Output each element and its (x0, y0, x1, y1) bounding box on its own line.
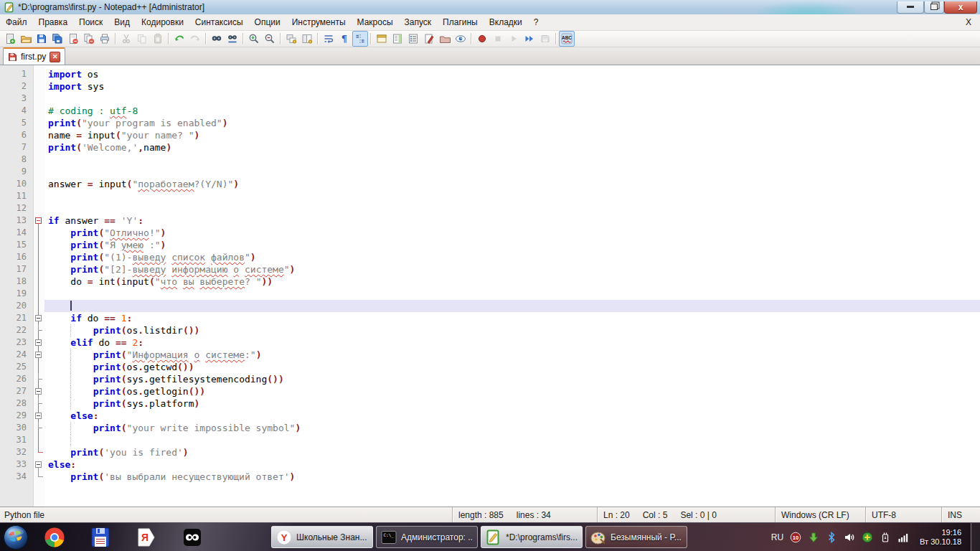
quick-launch-chrome-icon[interactable] (32, 523, 77, 551)
code-line[interactable]: else: (44, 458, 980, 471)
tray-volume-icon[interactable] (844, 532, 855, 543)
tray-power-icon[interactable] (880, 532, 891, 543)
start-button[interactable] (0, 523, 32, 551)
tab-close-icon[interactable]: ✕ (50, 52, 60, 62)
code-line[interactable] (44, 288, 980, 300)
code-line[interactable]: import sys (44, 80, 980, 93)
tray-antivirus-icon[interactable] (862, 532, 873, 543)
fold-margin[interactable] (33, 215, 44, 227)
taskbar-button[interactable]: Безымянный - P... (585, 526, 687, 548)
print-icon[interactable] (97, 31, 113, 47)
show-all-chars-icon[interactable]: ¶ (336, 31, 352, 47)
show-desktop-button[interactable] (971, 523, 980, 551)
taskbar-button[interactable]: C:\_Администратор: ... (376, 526, 478, 548)
code-line[interactable]: print("[2]-выведу информацию о системе") (44, 263, 980, 276)
sync-h-icon[interactable] (299, 31, 315, 47)
code-line[interactable]: print(os.getcwd()) (44, 361, 980, 373)
function-list-icon[interactable] (405, 31, 421, 47)
menu-item[interactable]: Поиск (73, 15, 108, 29)
code-line[interactable] (44, 93, 980, 105)
code-line[interactable]: import os (44, 68, 980, 80)
menu-item[interactable]: Запуск (399, 15, 438, 29)
open-file-icon[interactable] (18, 31, 34, 47)
fold-margin[interactable] (33, 385, 44, 397)
replace-icon[interactable] (225, 31, 240, 47)
menu-item[interactable]: Файл (0, 15, 33, 29)
code-line[interactable] (44, 202, 980, 215)
menu-item[interactable]: Правка (33, 15, 74, 29)
macro-multi-icon[interactable] (522, 31, 537, 47)
menu-item[interactable]: Плагины (437, 15, 484, 29)
spell-check-icon[interactable]: ABC (559, 31, 575, 47)
code-line[interactable]: print("your write impossible symbol") (44, 422, 980, 434)
quick-launch-floppy-icon[interactable] (77, 523, 123, 551)
close-all-icon[interactable] (81, 31, 97, 47)
taskbar-button[interactable]: YШкольные Знан... (271, 526, 373, 548)
code-line[interactable]: else: (44, 410, 980, 422)
taskbar-button[interactable]: *D:\programs\firs... (481, 526, 583, 548)
code-line[interactable]: print("Информация о системе:") (44, 349, 980, 361)
code-line[interactable]: print(sys.getfilesystemencoding()) (44, 373, 980, 385)
taskbar-clock[interactable]: 19:16 Вт 30.10.18 (920, 528, 961, 547)
menu-item[interactable]: ? (528, 15, 545, 29)
code-line[interactable]: print(sys.platform) (44, 397, 980, 410)
tray-download-arrow-icon[interactable] (808, 532, 819, 543)
current-line[interactable] (44, 300, 980, 312)
macro-record-icon[interactable] (474, 31, 490, 47)
code-line[interactable]: print("Отлично!") (44, 227, 980, 239)
find-icon[interactable] (209, 31, 225, 47)
status-encoding[interactable]: UTF-8 (865, 507, 941, 522)
code-line[interactable] (44, 166, 980, 178)
code-line[interactable]: name = input("your name? ") (44, 129, 980, 141)
doc-map-icon[interactable] (390, 31, 405, 47)
save-all-icon[interactable] (50, 31, 65, 47)
undo-icon[interactable] (171, 31, 187, 47)
code-line[interactable]: elif do == 2: (44, 336, 980, 349)
tab-first-py[interactable]: first.py ✕ (3, 47, 65, 65)
code-line[interactable]: # coding : utf-8 (44, 105, 980, 117)
zoom-in-icon[interactable] (246, 31, 262, 47)
language-indicator[interactable]: RU (771, 532, 783, 542)
code-line[interactable]: do = int(input("что вы выберете? ")) (44, 276, 980, 288)
indent-guide-icon[interactable] (352, 31, 368, 47)
new-file-icon[interactable] (2, 31, 18, 47)
monitoring-eye-icon[interactable] (453, 31, 468, 47)
tray-bluetooth-icon[interactable] (826, 532, 837, 543)
zoom-out-icon[interactable] (262, 31, 278, 47)
close-doc-icon[interactable] (65, 31, 81, 47)
menu-close-button[interactable]: X (957, 17, 980, 27)
fold-margin[interactable] (33, 349, 44, 361)
code-line[interactable] (44, 154, 980, 166)
menu-item[interactable]: Кодировки (136, 15, 189, 29)
quick-launch-eyes-icon[interactable] (169, 523, 215, 551)
close-button[interactable]: x (944, 1, 977, 14)
doc-edit-icon[interactable] (421, 31, 437, 47)
code-line[interactable]: print("Я умею :") (44, 239, 980, 251)
tray-signal-icon[interactable] (897, 532, 909, 543)
quick-launch-yandex-icon[interactable]: Я (123, 523, 169, 551)
menu-item[interactable]: Опции (249, 15, 286, 29)
code-line[interactable]: answer = input("поработаем?(Y/N)") (44, 178, 980, 190)
menu-item[interactable]: Макросы (352, 15, 399, 29)
code-line[interactable] (44, 434, 980, 446)
minimize-button[interactable] (897, 1, 924, 14)
status-insert-mode[interactable]: INS (941, 507, 980, 522)
user-dialog-icon[interactable] (374, 31, 390, 47)
code-line[interactable] (44, 190, 980, 202)
fold-margin[interactable] (33, 312, 44, 324)
sync-v-icon[interactable] (283, 31, 299, 47)
tray-badge-10-icon[interactable]: 10 (790, 532, 801, 543)
menu-item[interactable]: Вкладки (484, 15, 528, 29)
menu-item[interactable]: Синтаксисы (189, 15, 249, 29)
code-line[interactable]: print('you is fired') (44, 446, 980, 458)
code-line[interactable]: print(os.getlogin()) (44, 385, 980, 397)
menu-item[interactable]: Вид (108, 15, 136, 29)
fold-margin[interactable] (33, 336, 44, 349)
editor[interactable]: 1import os2import sys34# coding : utf-85… (0, 65, 980, 507)
restore-button[interactable] (924, 1, 944, 14)
code-line[interactable]: print("your program is enabled") (44, 117, 980, 129)
fold-margin[interactable] (33, 410, 44, 422)
word-wrap-icon[interactable] (321, 31, 336, 47)
code-line[interactable]: if answer == 'Y': (44, 215, 980, 227)
save-icon[interactable] (34, 31, 50, 47)
